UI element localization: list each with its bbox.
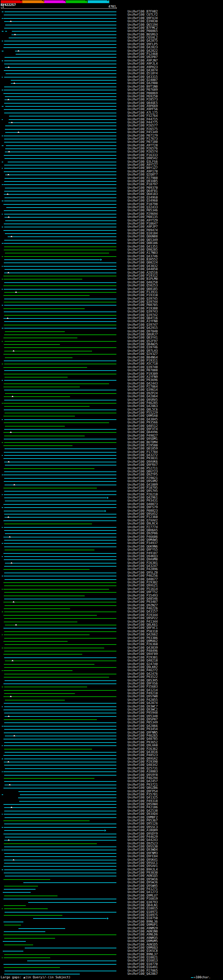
hit-bar[interactable] bbox=[5, 233, 116, 234]
hit-bar[interactable] bbox=[4, 523, 91, 524]
hit-bar[interactable] bbox=[4, 559, 116, 560]
hit-bar[interactable] bbox=[5, 67, 116, 68]
hit-bar[interactable] bbox=[3, 788, 116, 788]
hit-bar[interactable] bbox=[4, 321, 116, 322]
hit-bar[interactable] bbox=[4, 109, 116, 110]
hit-bar[interactable] bbox=[4, 905, 26, 906]
hit-bar[interactable] bbox=[4, 462, 116, 462]
hit-bar[interactable] bbox=[4, 608, 70, 609]
hit-bar[interactable] bbox=[4, 674, 116, 675]
hit-bar[interactable] bbox=[4, 14, 116, 15]
hit-bar[interactable] bbox=[4, 869, 116, 870]
hit-bar[interactable] bbox=[3, 354, 116, 355]
hit-bar[interactable] bbox=[3, 964, 116, 965]
hit-bar[interactable] bbox=[4, 409, 116, 410]
hit-bar[interactable] bbox=[5, 550, 95, 550]
hit-bar[interactable] bbox=[4, 595, 85, 596]
hit-bar[interactable] bbox=[4, 370, 116, 371]
hit-bar[interactable] bbox=[4, 543, 116, 544]
hit-bar[interactable] bbox=[4, 422, 109, 423]
hit-bar[interactable] bbox=[3, 850, 116, 850]
hit-bar[interactable] bbox=[4, 840, 116, 841]
hit-bar[interactable] bbox=[5, 197, 116, 198]
hit-bar[interactable] bbox=[4, 530, 116, 531]
hit-bar[interactable] bbox=[4, 305, 116, 305]
hit-bar[interactable] bbox=[5, 158, 116, 159]
hit-bar[interactable] bbox=[4, 719, 97, 720]
hit-bar[interactable] bbox=[3, 520, 116, 521]
hit-bar[interactable] bbox=[4, 103, 116, 103]
hit-bar[interactable] bbox=[4, 648, 104, 648]
hit-bar[interactable] bbox=[4, 807, 116, 808]
hit-bar[interactable] bbox=[33, 918, 107, 919]
hit-bar[interactable] bbox=[3, 589, 109, 590]
hit-bar[interactable] bbox=[4, 873, 116, 873]
hit-bar[interactable] bbox=[5, 175, 116, 175]
hit-bar[interactable] bbox=[4, 908, 48, 909]
hit-bar[interactable] bbox=[4, 87, 116, 87]
hit-bar[interactable] bbox=[4, 289, 116, 290]
hit-bar[interactable] bbox=[4, 442, 116, 443]
hit-bar[interactable] bbox=[5, 151, 116, 152]
hit-bar[interactable] bbox=[4, 749, 92, 749]
hit-bar[interactable] bbox=[6, 145, 116, 146]
hit-bar[interactable] bbox=[4, 334, 116, 335]
hit-bar[interactable] bbox=[4, 214, 116, 215]
hit-bar[interactable] bbox=[5, 331, 65, 332]
hit-bar[interactable] bbox=[5, 716, 116, 717]
hit-bar[interactable] bbox=[4, 90, 116, 91]
hit-bar[interactable] bbox=[3, 47, 116, 48]
hit-bar[interactable] bbox=[4, 439, 116, 439]
hit-bar[interactable] bbox=[3, 710, 116, 710]
hit-bar[interactable] bbox=[4, 481, 116, 482]
hit-bar[interactable] bbox=[8, 162, 116, 162]
hit-bar[interactable] bbox=[4, 259, 99, 260]
hit-bar[interactable] bbox=[4, 77, 116, 78]
hit-bar[interactable] bbox=[4, 344, 60, 345]
hit-bar[interactable] bbox=[3, 285, 116, 286]
hit-bar[interactable] bbox=[4, 745, 116, 746]
hit-bar[interactable] bbox=[4, 325, 116, 325]
hit-bar[interactable] bbox=[4, 361, 116, 361]
hit-bar[interactable] bbox=[3, 615, 96, 616]
hit-bar[interactable] bbox=[4, 775, 116, 776]
hit-bar[interactable] bbox=[3, 602, 116, 603]
hit-bar[interactable] bbox=[4, 436, 84, 436]
hit-bar[interactable] bbox=[3, 416, 75, 417]
hit-bar[interactable] bbox=[4, 429, 116, 430]
hit-bar[interactable] bbox=[4, 302, 116, 302]
hit-bar[interactable] bbox=[3, 432, 116, 433]
hit-bar[interactable] bbox=[4, 556, 116, 557]
hit-bar[interactable] bbox=[18, 797, 116, 798]
hit-bar[interactable] bbox=[3, 553, 116, 554]
hit-bar[interactable] bbox=[4, 478, 116, 479]
hit-bar[interactable] bbox=[4, 667, 116, 668]
hit-bar[interactable] bbox=[4, 139, 116, 139]
hit-bar[interactable] bbox=[3, 804, 116, 805]
hit-bar[interactable] bbox=[18, 791, 116, 792]
hit-bar[interactable] bbox=[4, 765, 116, 765]
hit-bar[interactable] bbox=[4, 546, 116, 547]
hit-bar[interactable] bbox=[4, 811, 116, 811]
hit-bar[interactable] bbox=[4, 64, 116, 64]
hit-bar[interactable] bbox=[5, 11, 116, 12]
hit-bar[interactable] bbox=[4, 279, 82, 280]
hit-bar[interactable] bbox=[4, 657, 116, 658]
hit-bar[interactable] bbox=[4, 664, 95, 665]
hit-bar[interactable] bbox=[5, 856, 116, 857]
hit-bar[interactable] bbox=[4, 41, 116, 41]
hit-bar[interactable] bbox=[5, 485, 116, 485]
hit-bar[interactable] bbox=[3, 537, 116, 538]
hit-bar[interactable] bbox=[3, 739, 116, 740]
hit-bar[interactable] bbox=[4, 742, 116, 743]
hit-bar[interactable] bbox=[5, 220, 116, 221]
hit-bar[interactable] bbox=[4, 21, 116, 22]
hit-bar[interactable] bbox=[28, 902, 116, 903]
hit-bar[interactable] bbox=[5, 517, 116, 518]
hit-bar[interactable] bbox=[3, 641, 67, 642]
hit-bar[interactable] bbox=[4, 915, 63, 916]
hit-bar[interactable] bbox=[4, 400, 116, 401]
hit-bar[interactable] bbox=[4, 507, 116, 508]
hit-bar[interactable] bbox=[4, 28, 116, 29]
hit-bar[interactable] bbox=[5, 217, 116, 218]
